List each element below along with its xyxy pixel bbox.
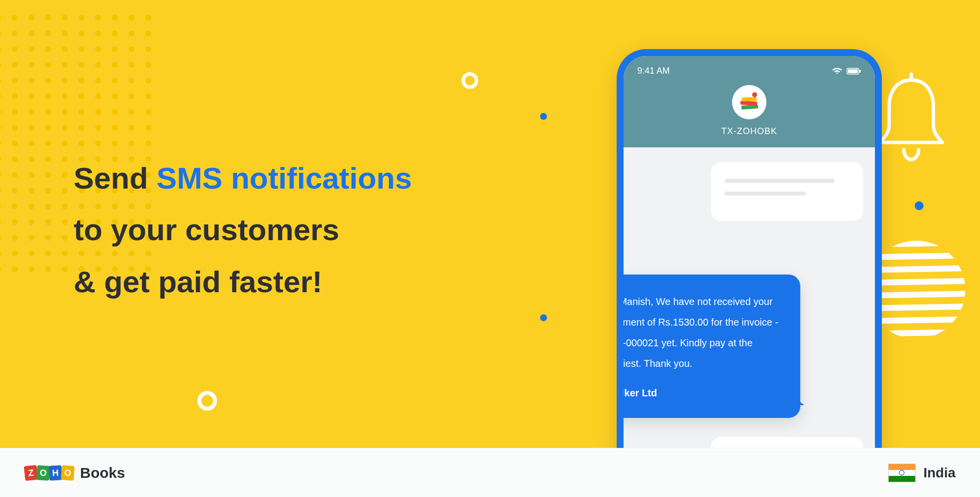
dot-decoration — [540, 113, 547, 120]
headline: Send SMS notifications to your customers… — [74, 152, 412, 307]
stripes-decoration — [867, 241, 965, 339]
dot-decoration — [540, 314, 547, 321]
locale-text: India — [924, 465, 955, 481]
sender-avatar — [732, 85, 766, 119]
sender-name: TX-ZOHOBK — [624, 126, 875, 137]
bell-icon — [870, 71, 953, 166]
zoho-logo-tiles: Z O H O — [25, 466, 74, 480]
phone-time: 9:41 AM — [637, 66, 670, 76]
phone-status-bar: 9:41 AM — [624, 66, 875, 85]
footer: Z O H O Books India — [0, 448, 980, 497]
headline-part3: & get paid faster! — [74, 265, 322, 299]
phone-illustration: 9:41 AM — [617, 49, 882, 448]
headline-part2: to your customers — [74, 213, 339, 247]
sms-signature: -Zylker Ltd — [617, 383, 783, 403]
circle-decoration — [197, 391, 217, 411]
zoho-books-logo: Z O H O Books — [25, 465, 125, 481]
headline-part1: Send — [74, 161, 157, 195]
dot-decoration — [915, 201, 924, 210]
headline-accent: SMS notifications — [157, 161, 412, 195]
placeholder-message-bubble — [711, 162, 863, 221]
logo-tile: Z — [24, 465, 38, 481]
india-flag-icon — [888, 464, 916, 482]
svg-rect-2 — [848, 69, 858, 73]
chat-area: Hi Manish, We have not received your pay… — [624, 147, 875, 448]
placeholder-message-bubble — [711, 437, 863, 448]
circle-decoration — [462, 72, 478, 89]
logo-text: Books — [80, 465, 125, 481]
logo-tile: H — [49, 465, 62, 480]
svg-rect-3 — [859, 70, 861, 73]
battery-icon — [846, 68, 861, 75]
locale-indicator: India — [888, 464, 955, 482]
logo-tile: O — [61, 465, 75, 481]
wifi-icon — [832, 67, 843, 75]
logo-tile: O — [36, 465, 50, 480]
sms-message-bubble: Hi Manish, We have not received your pay… — [617, 275, 800, 418]
phone-header: 9:41 AM — [624, 56, 875, 147]
sms-message-text: Hi Manish, We have not received your pay… — [617, 296, 778, 369]
hero-banner: Send SMS notifications to your customers… — [0, 0, 980, 448]
